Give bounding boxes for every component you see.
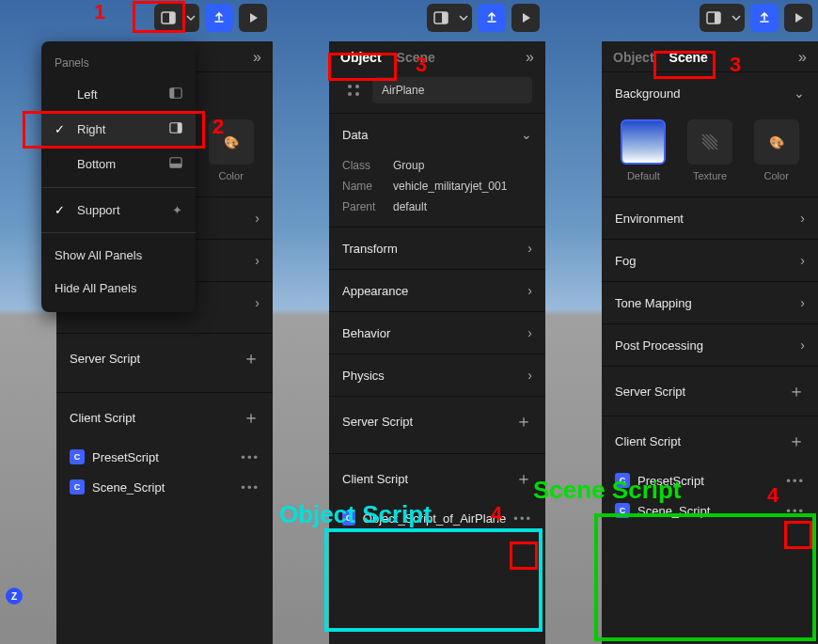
- upload-button[interactable]: [750, 4, 779, 32]
- data-key: Parent: [342, 200, 393, 213]
- dropdown-title: Panels: [41, 49, 196, 77]
- section-appearance[interactable]: Appearance›: [329, 270, 545, 311]
- collapse-panel-icon[interactable]: »: [253, 49, 261, 66]
- panel-dropdown-button[interactable]: [700, 4, 745, 32]
- panel-icon: [700, 4, 728, 32]
- chevron-right-icon: ›: [527, 368, 532, 383]
- dropdown-show-all[interactable]: Show All Panels: [41, 239, 196, 272]
- texture-icon: [687, 119, 732, 165]
- panel-dropdown-button[interactable]: [154, 4, 199, 32]
- svg-rect-7: [170, 164, 181, 167]
- more-icon[interactable]: •••: [786, 504, 805, 518]
- chevron-down-icon: [728, 4, 745, 32]
- play-button[interactable]: [784, 4, 812, 32]
- plus-icon[interactable]: ＋: [243, 406, 260, 429]
- object-name-input[interactable]: [372, 77, 532, 103]
- script-file-icon: C: [70, 449, 85, 464]
- more-icon[interactable]: •••: [241, 480, 260, 495]
- dropdown-item-bottom[interactable]: Bottom: [41, 147, 196, 181]
- dropdown-item-left[interactable]: Left: [41, 77, 196, 112]
- section-server-script[interactable]: Server Script＋: [56, 334, 273, 383]
- script-item-preset[interactable]: C PresetScript •••: [56, 442, 273, 472]
- grid-icon[interactable]: [342, 78, 365, 102]
- object-name-row: [329, 71, 545, 113]
- more-icon[interactable]: •••: [241, 450, 260, 464]
- section-post-processing[interactable]: Post Processing›: [602, 324, 818, 366]
- script-file-icon: C: [70, 479, 85, 495]
- section-client-script[interactable]: Client Script＋: [56, 393, 273, 442]
- screenshot-3: Object Scene » Background⌄ Default Textu…: [545, 0, 818, 644]
- data-value: Group: [393, 159, 424, 172]
- script-item-scene[interactable]: C Scene_Script •••: [56, 472, 273, 502]
- panel-icon: [427, 4, 455, 32]
- section-behavior[interactable]: Behavior›: [329, 312, 545, 353]
- screenshot-1: Z Panels Left: [0, 0, 273, 644]
- dropdown-item-support[interactable]: ✓ Support ✦: [41, 194, 196, 227]
- dropdown-item-label: Support: [77, 203, 120, 217]
- bg-option-texture[interactable]: Texture: [682, 119, 739, 181]
- bg-option-color[interactable]: 🎨 Color: [202, 119, 260, 181]
- chevron-right-icon: ›: [800, 295, 805, 310]
- plus-icon[interactable]: ＋: [515, 467, 532, 490]
- tab-object[interactable]: Object: [340, 50, 382, 65]
- plus-icon[interactable]: ＋: [788, 430, 805, 452]
- collapse-panel-icon[interactable]: »: [798, 49, 807, 66]
- bg-caption: Color: [219, 170, 244, 181]
- dropdown-item-right[interactable]: ✓ Right: [41, 112, 196, 147]
- play-button[interactable]: [239, 4, 267, 32]
- section-header[interactable]: Data⌄: [329, 114, 545, 155]
- more-icon[interactable]: •••: [513, 511, 532, 526]
- chevron-right-icon: ›: [255, 211, 260, 226]
- palette-icon: 🎨: [209, 119, 254, 165]
- plus-icon[interactable]: ＋: [243, 347, 260, 369]
- section-server-script[interactable]: Server Script＋: [602, 367, 818, 416]
- section-client-script[interactable]: Client Script＋: [329, 454, 545, 503]
- section-environment[interactable]: Environment›: [602, 197, 818, 239]
- chevron-right-icon: ›: [527, 283, 532, 298]
- collapse-panel-icon[interactable]: »: [526, 49, 534, 66]
- top-toolbar: [427, 4, 540, 32]
- script-item-object[interactable]: C Object_Script_of_AirPlane •••: [329, 503, 545, 533]
- section-client-script[interactable]: Client Script＋: [602, 416, 818, 465]
- section-transform[interactable]: Transform›: [329, 228, 545, 269]
- tabs: Object Scene »: [602, 41, 818, 71]
- chevron-right-icon: ›: [800, 211, 805, 226]
- more-icon[interactable]: •••: [786, 474, 805, 488]
- axis-gizmo[interactable]: Z: [6, 588, 34, 616]
- chevron-right-icon: ›: [527, 241, 532, 256]
- svg-rect-15: [715, 12, 720, 24]
- panel-right-icon: [169, 121, 182, 137]
- section-fog[interactable]: Fog›: [602, 240, 818, 281]
- data-key: Class: [342, 159, 393, 172]
- plus-icon[interactable]: ＋: [788, 380, 805, 402]
- tab-scene[interactable]: Scene: [669, 50, 708, 65]
- upload-button[interactable]: [205, 4, 233, 32]
- bg-swatch: [621, 119, 666, 165]
- bg-option-color[interactable]: 🎨Color: [747, 119, 805, 181]
- plus-icon[interactable]: ＋: [515, 410, 532, 432]
- chevron-down-icon: ⌄: [521, 127, 532, 142]
- dropdown-item-label: Hide All Panels: [55, 281, 136, 295]
- svg-rect-9: [442, 12, 448, 24]
- upload-button[interactable]: [478, 4, 506, 32]
- panel-dropdown-button[interactable]: [427, 4, 472, 32]
- dropdown-item-label: Left: [77, 87, 98, 102]
- dropdown-hide-all[interactable]: Hide All Panels: [41, 272, 196, 305]
- tab-object[interactable]: Object: [613, 50, 654, 65]
- section-header[interactable]: Background⌄: [602, 72, 818, 114]
- top-toolbar: [154, 4, 267, 32]
- sparkle-icon: ✦: [172, 203, 182, 217]
- bg-option-default[interactable]: Default: [615, 119, 672, 181]
- dropdown-separator: [41, 187, 196, 188]
- section-physics[interactable]: Physics›: [329, 354, 545, 396]
- section-tone-mapping[interactable]: Tone Mapping›: [602, 282, 818, 323]
- svg-rect-1: [169, 12, 175, 24]
- section-server-script[interactable]: Server Script＋: [329, 397, 545, 446]
- panel-left-icon: [169, 86, 182, 102]
- script-item-preset[interactable]: C PresetScript •••: [602, 465, 818, 495]
- chevron-down-icon: [455, 4, 472, 32]
- script-item-scene[interactable]: C Scene_Script •••: [602, 495, 818, 526]
- play-button[interactable]: [511, 4, 540, 32]
- data-key: Name: [342, 180, 393, 193]
- tab-scene[interactable]: Scene: [397, 50, 435, 65]
